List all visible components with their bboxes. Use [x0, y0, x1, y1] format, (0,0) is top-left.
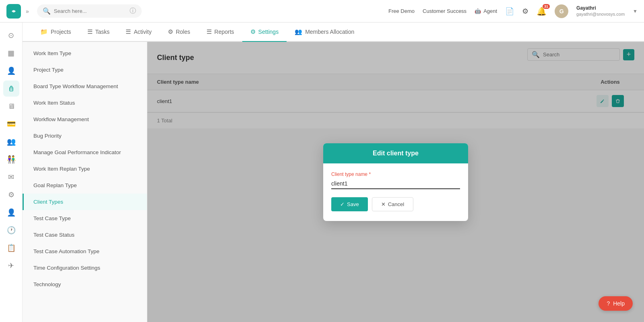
members-icon: 👥 — [295, 28, 302, 35]
menu-item-test-case-status[interactable]: Test Case Status — [23, 227, 147, 243]
menu-item-board-type[interactable]: Board Type Workflow Management — [23, 78, 147, 95]
topbar: » 🔍 ⓘ Free Demo Customer Success 🤖 Agent… — [0, 0, 644, 23]
modal-cancel-button[interactable]: ✕ Cancel — [372, 197, 413, 211]
sidebar-item-report[interactable]: 📋 — [3, 240, 19, 256]
free-demo-button[interactable]: Free Demo — [388, 8, 415, 14]
projects-icon: 📁 — [40, 28, 48, 35]
main-area: 📁 Projects ☰ Tasks ☰ Activity ⚙ Roles ☰ … — [23, 23, 644, 322]
roles-icon: ⚙ — [168, 28, 173, 35]
modal-field-label: Client type name * — [331, 171, 460, 177]
sidebar-item-dashboard[interactable]: ▦ — [3, 45, 19, 61]
sidebar-item-mail[interactable]: ✉ — [3, 169, 19, 185]
checkmark-icon: ✓ — [340, 201, 345, 207]
sidebar-item-monitor[interactable]: 🖥 — [3, 98, 19, 114]
avatar: G — [555, 4, 568, 18]
user-dropdown-icon[interactable]: ▼ — [633, 8, 638, 14]
search-input[interactable] — [54, 8, 126, 14]
topbar-search-box[interactable]: 🔍 ⓘ — [37, 4, 142, 18]
gear-top-icon: ⚙ — [522, 7, 528, 16]
menu-item-work-item-status[interactable]: Work Item Status — [23, 95, 147, 111]
menu-item-goal-performance[interactable]: Manage Goal Performance Indicator — [23, 144, 147, 161]
left-sidebar: ⊙ ▦ 👤 🖥 💳 👥 👫 ✉ ⚙ 👤 🕐 📋 ✈ — [0, 23, 23, 322]
sidebar-item-group[interactable]: 👥 — [3, 134, 19, 150]
expand-icon[interactable]: » — [26, 8, 29, 14]
nav-tabs: 📁 Projects ☰ Tasks ☰ Activity ⚙ Roles ☰ … — [23, 23, 644, 42]
tab-roles[interactable]: ⚙ Roles — [160, 23, 198, 42]
client-type-name-input[interactable] — [331, 179, 460, 189]
menu-item-technology[interactable]: Technology — [23, 276, 147, 293]
menu-item-time-config[interactable]: Time Configuration Settings — [23, 260, 147, 276]
modal-save-button[interactable]: ✓ Save — [331, 197, 368, 211]
help-button[interactable]: ? Help — [599, 296, 633, 311]
sidebar-item-send[interactable]: ✈ — [3, 258, 19, 274]
settings-top-button[interactable]: ⚙ — [522, 7, 528, 16]
modal-actions: ✓ Save ✕ Cancel — [331, 197, 460, 211]
cancel-x-icon: ✕ — [381, 201, 386, 207]
menu-item-test-case-automation[interactable]: Test Case Automation Type — [23, 243, 147, 260]
sidebar-item-home[interactable]: ⊙ — [3, 27, 19, 43]
modal-body: Client type name * ✓ Save ✕ Cancel — [323, 163, 468, 221]
search-icon: 🔍 — [43, 7, 51, 15]
menu-item-test-case-type[interactable]: Test Case Type — [23, 210, 147, 227]
main-content: Client type 🔍 + Client type name Actions… — [147, 42, 644, 322]
sidebar-item-settings[interactable]: ⚙ — [3, 187, 19, 203]
tab-projects[interactable]: 📁 Projects — [32, 23, 79, 42]
settings-nav-icon: ⚙ — [250, 28, 256, 35]
menu-item-work-item-type[interactable]: Work Item Type — [23, 45, 147, 62]
menu-item-project-type[interactable]: Project Type — [23, 62, 147, 78]
sidebar-item-team[interactable]: 👫 — [3, 151, 19, 167]
doc-button[interactable]: 📄 — [505, 7, 514, 16]
menu-item-goal-replan[interactable]: Goal Replan Type — [23, 177, 147, 194]
user-info: Gayathri gayathri@snovosys.com — [576, 5, 625, 17]
app-logo — [6, 4, 21, 19]
tab-members[interactable]: 👥 Members Allocation — [287, 23, 362, 42]
modal-overlay[interactable]: Edit client type Client type name * ✓ Sa… — [147, 42, 644, 322]
sidebar-item-clock[interactable]: 🕐 — [3, 222, 19, 238]
settings-menu: Work Item Type Project Type Board Type W… — [23, 42, 147, 322]
sidebar-item-user2[interactable]: 👤 — [3, 204, 19, 221]
document-icon: 📄 — [505, 7, 514, 16]
menu-item-workflow[interactable]: Workflow Management — [23, 111, 147, 128]
tasks-icon: ☰ — [87, 28, 93, 35]
sidebar-item-person[interactable]: 👤 — [3, 63, 19, 79]
modal-title: Edit client type — [323, 143, 468, 163]
sidebar-item-briefcase[interactable] — [3, 80, 19, 97]
edit-client-type-modal: Edit client type Client type name * ✓ Sa… — [323, 143, 468, 221]
tab-settings[interactable]: ⚙ Settings — [242, 23, 287, 42]
customer-success-button[interactable]: Customer Success — [423, 8, 466, 14]
notification-badge: 31 — [543, 4, 550, 9]
reports-icon: ☰ — [206, 28, 212, 35]
help-icon: ? — [607, 300, 610, 307]
agent-icon: 🤖 — [475, 8, 481, 14]
tab-tasks[interactable]: ☰ Tasks — [79, 23, 118, 42]
required-asterisk: * — [369, 171, 371, 177]
menu-item-client-types[interactable]: Client Types — [23, 194, 147, 210]
menu-item-work-item-replan[interactable]: Work Item Replan Type — [23, 161, 147, 177]
sidebar-item-card[interactable]: 💳 — [3, 116, 19, 132]
info-icon: ⓘ — [130, 7, 136, 15]
topbar-actions: Free Demo Customer Success 🤖 Agent 📄 ⚙ 🔔… — [388, 4, 638, 18]
tab-reports[interactable]: ☰ Reports — [198, 23, 242, 42]
notification-wrap[interactable]: 🔔 31 — [537, 6, 547, 16]
content-area: Work Item Type Project Type Board Type W… — [23, 42, 644, 322]
tab-activity[interactable]: ☰ Activity — [118, 23, 159, 42]
activity-icon: ☰ — [126, 28, 131, 35]
menu-item-bug-priority[interactable]: Bug Priority — [23, 128, 147, 144]
agent-button[interactable]: 🤖 Agent — [475, 8, 497, 14]
